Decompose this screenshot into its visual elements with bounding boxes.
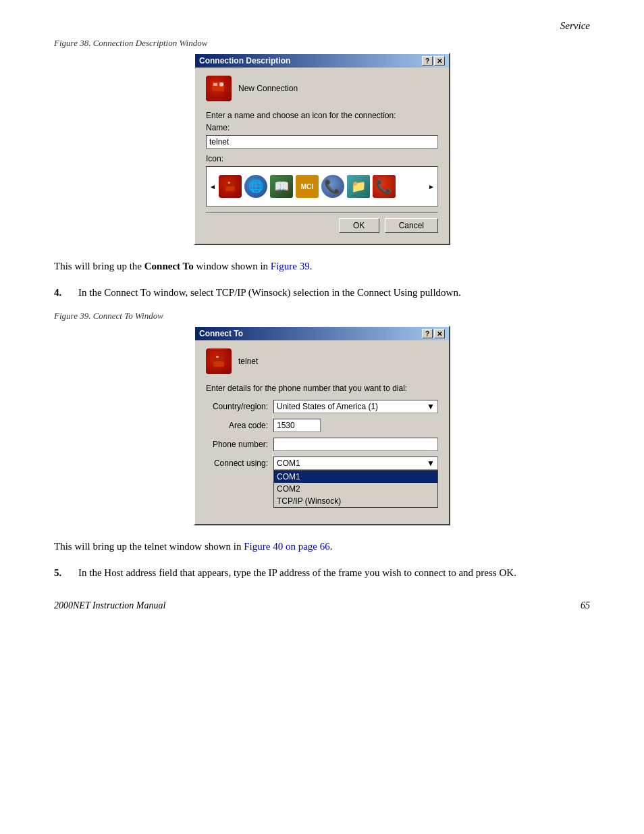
separator (206, 212, 438, 213)
connect-titlebar: Connect To ? ✕ (195, 327, 449, 340)
page-footer: 2000NET Instruction Manual 65 (0, 600, 644, 611)
connect-using-arrow: ▼ (427, 459, 435, 468)
phone-row: Phone number: (206, 438, 438, 451)
icon-option-6[interactable]: 📁 (347, 175, 370, 198)
connect-using-value: COM1 (277, 459, 300, 468)
connect-instruction: Enter details for the phone number that … (206, 384, 438, 393)
help-button[interactable]: ? (422, 56, 433, 66)
icon-scroll-area[interactable]: ◄ 🌐 📖 MCI 📞 📁 📞 ► (206, 166, 438, 207)
svg-rect-5 (228, 182, 230, 184)
ok-button[interactable]: OK (339, 218, 379, 233)
scroll-right-icon[interactable]: ► (428, 183, 435, 190)
header-text: Service (560, 20, 590, 31)
svg-rect-4 (225, 186, 234, 191)
country-row: Country/region: United States of America… (206, 400, 438, 413)
phone-input[interactable] (273, 438, 438, 451)
connect-using-label: Connect using: (206, 459, 273, 468)
step4-text: In the Connect To window, select TCP/IP … (78, 285, 461, 301)
dialog-titlebar: Connection Description ? ✕ (195, 54, 449, 68)
step4: 4. In the Connect To window, select TCP/… (54, 285, 590, 301)
country-label: Country/region: (206, 402, 273, 411)
svg-rect-1 (213, 83, 217, 86)
paragraph2: This will bring up the telnet window sho… (54, 539, 590, 554)
connect-titlebar-buttons: ? ✕ (422, 329, 445, 338)
svg-rect-8 (216, 356, 219, 358)
step5-text: In the Host address field that appears, … (78, 565, 516, 581)
area-code-input[interactable] (273, 419, 321, 432)
dropdown-item-com2[interactable]: COM2 (274, 483, 437, 495)
figure38-caption: Figure 38. Connection Description Window (54, 38, 590, 49)
figure39-wrap: Figure 39. Connect To Window Connect To … (54, 311, 590, 525)
footer-left: 2000NET Instruction Manual (54, 600, 165, 610)
icon-option-4[interactable]: MCI (296, 175, 319, 198)
button-row: OK Cancel (206, 218, 438, 236)
connect-dialog-icon (206, 348, 232, 374)
connect-close-button[interactable]: ✕ (434, 329, 445, 338)
dialog-icon (206, 76, 232, 101)
step5-number: 5. (54, 565, 68, 581)
connect-to-dialog: Connect To ? ✕ telnet (194, 325, 450, 525)
icon-label: Icon: (206, 154, 438, 163)
connect-using-dropdown: COM1 COM2 TCP/IP (Winsock) (273, 470, 438, 508)
dropdown-item-com1[interactable]: COM1 (274, 471, 437, 483)
close-button[interactable]: ✕ (434, 56, 445, 66)
connect-icon-row: telnet (206, 348, 438, 374)
connect-icon-label: telnet (238, 357, 258, 366)
cancel-button[interactable]: Cancel (385, 218, 438, 233)
area-label: Area code: (206, 421, 273, 430)
step5: 5. In the Host address field that appear… (54, 565, 590, 581)
connect-using-row: Connect using: COM1 ▼ COM1 COM2 TCP/IP (… (206, 457, 438, 470)
svg-rect-7 (213, 361, 224, 367)
name-label: Name: (206, 123, 438, 132)
figure40-link[interactable]: Figure 40 on page 66 (244, 541, 329, 552)
icon-row: New Connection (206, 76, 438, 101)
phone-label: Phone number: (206, 440, 273, 449)
step4-number: 4. (54, 285, 68, 301)
footer-right: 65 (581, 600, 590, 611)
figure39-caption: Figure 39. Connect To Window (54, 311, 590, 321)
icon-option-3[interactable]: 📖 (270, 175, 293, 198)
page: Service Figure 38. Connection Descriptio… (0, 0, 644, 631)
icon-option-1[interactable] (219, 175, 242, 198)
connect-using-select[interactable]: COM1 ▼ (273, 457, 438, 470)
instruction-text: Enter a name and choose an icon for the … (206, 111, 438, 120)
figure38-wrap: Figure 38. Connection Description Window… (54, 38, 590, 245)
dialog-title: Connection Description (199, 56, 290, 66)
page-header: Service (560, 20, 590, 32)
country-dropdown-arrow: ▼ (427, 402, 435, 411)
icon-option-7[interactable]: 📞 (373, 175, 396, 198)
connect-help-button[interactable]: ? (422, 329, 433, 338)
dialog-content: New Connection Enter a name and choose a… (195, 68, 449, 244)
svg-point-2 (219, 82, 223, 86)
dropdown-item-tcpip[interactable]: TCP/IP (Winsock) (274, 495, 437, 507)
icon-option-2[interactable]: 🌐 (244, 175, 267, 198)
connection-description-dialog: Connection Description ? ✕ (194, 53, 450, 245)
name-input[interactable] (206, 135, 438, 149)
country-select[interactable]: United States of America (1) ▼ (273, 400, 438, 413)
connect-using-container: COM1 ▼ COM1 COM2 TCP/IP (Winsock) (273, 457, 438, 470)
connect-dialog-content: telnet Enter details for the phone numbe… (195, 340, 449, 524)
paragraph1: This will bring up the Connect To window… (54, 259, 590, 274)
scroll-left-icon[interactable]: ◄ (209, 183, 216, 190)
new-connection-label: New Connection (238, 84, 298, 93)
icon-option-5[interactable]: 📞 (321, 175, 344, 198)
titlebar-buttons: ? ✕ (422, 56, 445, 66)
figure39-link[interactable]: Figure 39 (271, 261, 310, 271)
connect-title: Connect To (199, 329, 243, 338)
area-code-row: Area code: (206, 419, 438, 432)
